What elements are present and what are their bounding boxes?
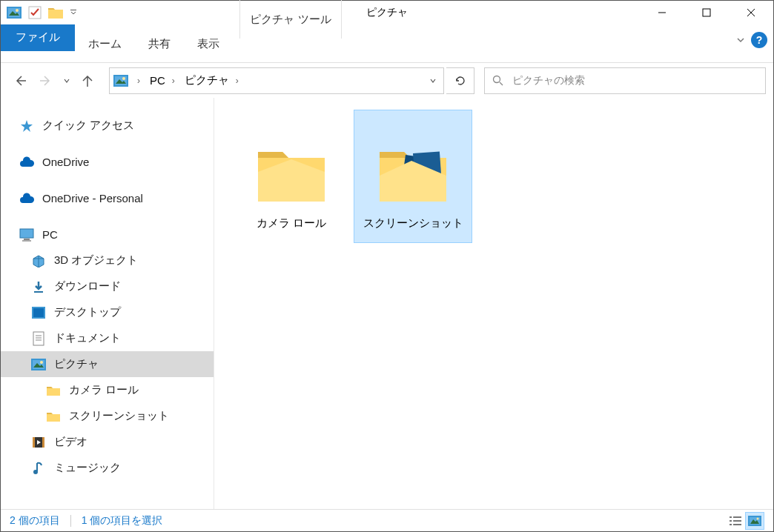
cloud-icon bbox=[19, 190, 35, 207]
maximize-button[interactable] bbox=[684, 1, 729, 24]
navigation-bar: › PC › ピクチャ › ピクチャの検索 bbox=[1, 63, 773, 98]
tree-item-label: ドキュメント bbox=[54, 331, 121, 345]
svg-rect-42 bbox=[733, 516, 741, 518]
svg-point-50 bbox=[757, 517, 759, 519]
status-separator bbox=[70, 515, 71, 527]
ribbon-collapse-icon[interactable] bbox=[736, 36, 745, 44]
crumb-pictures[interactable]: ピクチャ bbox=[180, 68, 231, 93]
tree-item-label: クイック アクセス bbox=[42, 119, 134, 133]
svg-point-3 bbox=[16, 9, 19, 12]
desktop-icon bbox=[30, 305, 47, 321]
svg-line-15 bbox=[500, 82, 503, 85]
forward-button[interactable] bbox=[34, 69, 58, 93]
status-bar: 2 個の項目 1 個の項目を選択 bbox=[1, 509, 773, 531]
tree-item[interactable]: OneDrive - Personal bbox=[1, 185, 214, 211]
svg-rect-43 bbox=[730, 520, 732, 522]
svg-rect-7 bbox=[703, 9, 710, 16]
folder-icon bbox=[47, 4, 64, 21]
recent-locations-icon[interactable] bbox=[60, 69, 73, 93]
svg-rect-19 bbox=[22, 240, 31, 242]
svg-rect-25 bbox=[33, 308, 44, 317]
svg-point-33 bbox=[40, 361, 43, 364]
back-button[interactable] bbox=[8, 69, 32, 93]
navigation-pane[interactable]: クイック アクセスOneDriveOneDrive - PersonalPC3D… bbox=[1, 98, 214, 509]
document-icon bbox=[30, 330, 47, 347]
tree-item[interactable]: PC bbox=[1, 222, 214, 247]
svg-rect-45 bbox=[730, 524, 732, 525]
pictures-library-icon bbox=[5, 4, 23, 21]
minimize-button[interactable] bbox=[640, 1, 684, 24]
status-selection: 1 個の項目を選択 bbox=[82, 514, 163, 528]
svg-rect-35 bbox=[33, 437, 35, 448]
folder-item[interactable]: スクリーンショット bbox=[354, 110, 472, 243]
tree-item[interactable]: カメラ ロール bbox=[1, 377, 214, 403]
tree-item-label: ピクチャ bbox=[54, 357, 99, 371]
folder-item[interactable]: カメラ ロール bbox=[232, 110, 351, 243]
details-view-button[interactable] bbox=[726, 512, 745, 530]
content-pane[interactable]: カメラ ロールスクリーンショット bbox=[214, 98, 773, 509]
status-item-count: 2 個の項目 bbox=[10, 514, 60, 528]
titlebar: 管理 ピクチャ ツール ピクチャ bbox=[1, 1, 773, 24]
tree-item[interactable]: ビデオ bbox=[1, 429, 214, 455]
tree-item[interactable]: ダウンロード bbox=[1, 273, 214, 299]
tree-item-label: OneDrive - Personal bbox=[42, 192, 143, 205]
folder-label: カメラ ロール bbox=[257, 216, 326, 230]
folder-icon bbox=[45, 382, 62, 399]
tab-view[interactable]: 表示 bbox=[184, 24, 233, 63]
folder-icon bbox=[45, 408, 62, 425]
tree-item-label: デスクトップ bbox=[54, 305, 121, 319]
search-placeholder: ピクチャの検索 bbox=[512, 74, 585, 87]
tree-item[interactable]: スクリーンショット bbox=[1, 403, 214, 429]
thumbnails-view-button[interactable] bbox=[745, 512, 764, 530]
tree-item[interactable]: ピクチャ bbox=[1, 351, 214, 377]
quick-access-toolbar bbox=[1, 4, 79, 21]
search-icon bbox=[492, 75, 503, 86]
svg-rect-17 bbox=[20, 229, 33, 238]
up-button[interactable] bbox=[76, 69, 99, 93]
window-controls bbox=[640, 1, 773, 24]
svg-marker-16 bbox=[21, 120, 33, 132]
tab-share[interactable]: 共有 bbox=[135, 24, 184, 63]
tree-item-label: ビデオ bbox=[54, 435, 87, 449]
refresh-button[interactable] bbox=[446, 67, 474, 94]
crumb-pc[interactable]: PC bbox=[145, 68, 167, 93]
qat-dropdown-icon[interactable] bbox=[67, 4, 79, 21]
tree-item-label: ダウンロード bbox=[54, 279, 121, 293]
help-icon[interactable]: ? bbox=[751, 32, 767, 48]
chevron-right-icon[interactable]: › bbox=[132, 68, 145, 93]
search-box[interactable]: ピクチャの検索 bbox=[484, 67, 766, 94]
pictures-icon bbox=[110, 68, 132, 93]
video-icon bbox=[30, 434, 47, 450]
breadcrumb: › PC › ピクチャ › bbox=[132, 68, 421, 93]
close-button[interactable] bbox=[729, 1, 773, 24]
tree-item[interactable]: ドキュメント bbox=[1, 325, 214, 351]
svg-point-38 bbox=[33, 470, 38, 474]
svg-rect-44 bbox=[733, 520, 741, 522]
main-area: クイック アクセスOneDriveOneDrive - PersonalPC3D… bbox=[1, 98, 773, 509]
folder-icon bbox=[254, 135, 328, 209]
tree-item[interactable]: デスクトップ bbox=[1, 299, 214, 325]
tab-home[interactable]: ホーム bbox=[75, 24, 135, 63]
svg-point-14 bbox=[494, 76, 500, 83]
tree-item-label: スクリーンショット bbox=[69, 409, 169, 423]
address-bar[interactable]: › PC › ピクチャ › bbox=[109, 67, 444, 94]
tree-item[interactable]: クイック アクセス bbox=[1, 113, 214, 139]
address-dropdown-icon[interactable] bbox=[421, 68, 443, 93]
chevron-right-icon[interactable]: › bbox=[167, 68, 180, 93]
tab-file[interactable]: ファイル bbox=[1, 24, 75, 51]
window-title: ピクチャ bbox=[366, 6, 408, 19]
svg-rect-36 bbox=[42, 437, 44, 448]
pictures-icon bbox=[30, 356, 47, 373]
tree-item[interactable]: ミュージック bbox=[1, 455, 214, 481]
properties-icon[interactable] bbox=[26, 4, 44, 21]
svg-rect-26 bbox=[33, 332, 44, 345]
tree-item-label: ミュージック bbox=[54, 461, 121, 475]
chevron-right-icon[interactable]: › bbox=[231, 68, 244, 93]
tree-item[interactable]: 3D オブジェクト bbox=[1, 247, 214, 273]
download-icon bbox=[30, 279, 47, 295]
svg-rect-18 bbox=[24, 239, 30, 240]
tree-item[interactable]: OneDrive bbox=[1, 149, 214, 175]
svg-rect-5 bbox=[70, 10, 76, 10]
ribbon: ファイル ホーム 共有 表示 ? bbox=[1, 24, 773, 63]
svg-rect-46 bbox=[733, 524, 741, 525]
